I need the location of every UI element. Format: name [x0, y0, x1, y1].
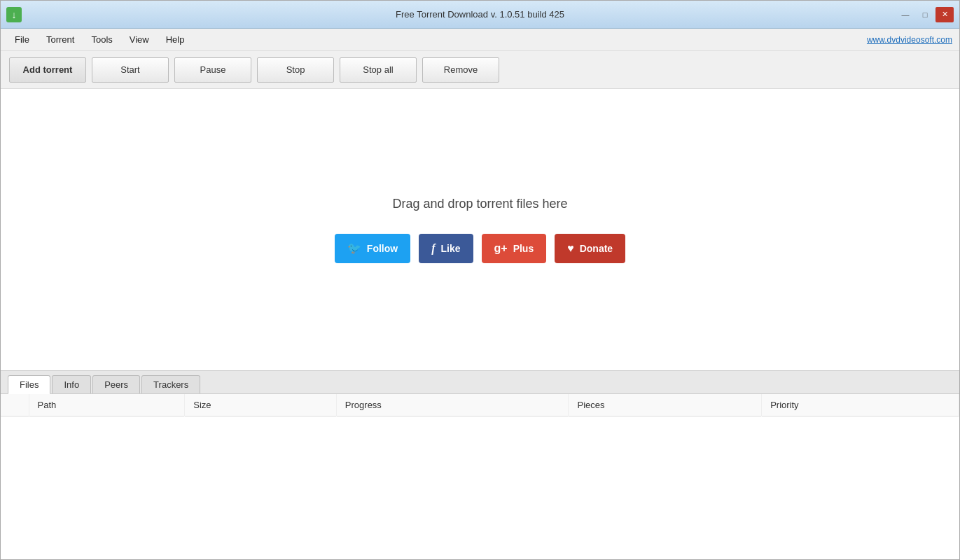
menu-torrent[interactable]: Torrent — [39, 31, 81, 48]
pause-button[interactable]: Pause — [174, 57, 251, 83]
app-icon: ↓ — [6, 7, 22, 22]
title-bar: ↓ Free Torrent Download v. 1.0.51 build … — [1, 1, 959, 29]
col-priority: Priority — [762, 394, 959, 416]
plus-label: Plus — [513, 243, 534, 254]
menu-file[interactable]: File — [8, 31, 36, 48]
maximize-button[interactable]: □ — [916, 7, 934, 22]
donate-label: Donate — [580, 243, 613, 254]
col-progress: Progress — [336, 394, 569, 416]
tab-trackers[interactable]: Trackers — [141, 375, 200, 393]
main-content: Drag and drop torrent files here 🐦 Follo… — [1, 89, 959, 559]
menu-tools[interactable]: Tools — [84, 31, 119, 48]
like-label: Like — [440, 243, 460, 254]
col-path: Path — [29, 394, 185, 416]
facebook-icon: f — [431, 242, 435, 255]
menu-help[interactable]: Help — [159, 31, 192, 48]
like-button[interactable]: f Like — [419, 234, 473, 263]
col-checkbox — [1, 394, 29, 416]
col-size: Size — [185, 394, 337, 416]
tab-bar: Files Info Peers Trackers — [1, 371, 959, 394]
drop-area: Drag and drop torrent files here 🐦 Follo… — [1, 89, 959, 370]
social-buttons: 🐦 Follow f Like g+ Plus ♥ Donate — [335, 234, 625, 263]
googleplus-icon: g+ — [494, 242, 508, 255]
stop-all-button[interactable]: Stop all — [340, 57, 417, 83]
plus-button[interactable]: g+ Plus — [482, 234, 547, 263]
window-title: Free Torrent Download v. 1.0.51 build 42… — [396, 9, 564, 20]
drop-text: Drag and drop torrent files here — [392, 197, 567, 211]
menu-items: File Torrent Tools View Help — [8, 31, 191, 48]
menu-view[interactable]: View — [123, 31, 156, 48]
heart-icon: ♥ — [567, 242, 574, 255]
twitter-icon: 🐦 — [347, 241, 361, 255]
stop-button[interactable]: Stop — [257, 57, 334, 83]
close-button[interactable]: ✕ — [935, 7, 954, 22]
follow-button[interactable]: 🐦 Follow — [335, 234, 410, 263]
menu-bar: File Torrent Tools View Help www.dvdvide… — [1, 29, 959, 51]
tab-peers[interactable]: Peers — [92, 375, 140, 393]
follow-label: Follow — [367, 243, 398, 254]
add-torrent-button[interactable]: Add torrent — [9, 57, 86, 83]
minimize-button[interactable]: — — [896, 7, 914, 22]
toolbar: Add torrent Start Pause Stop Stop all Re… — [1, 51, 959, 89]
title-bar-left: ↓ — [6, 7, 22, 22]
dvd-website-link[interactable]: www.dvdvideosoft.com — [867, 35, 952, 45]
files-table: Path Size Progress Pieces Priority — [1, 394, 959, 416]
main-window: ↓ Free Torrent Download v. 1.0.51 build … — [0, 0, 960, 560]
remove-button[interactable]: Remove — [422, 57, 499, 83]
donate-button[interactable]: ♥ Donate — [555, 234, 625, 263]
start-button[interactable]: Start — [92, 57, 169, 83]
tab-files[interactable]: Files — [8, 375, 50, 394]
files-table-area: Path Size Progress Pieces Priority — [1, 394, 959, 559]
bottom-panel: Files Info Peers Trackers Path Size Prog… — [1, 370, 959, 559]
col-pieces: Pieces — [569, 394, 762, 416]
tab-info[interactable]: Info — [52, 375, 91, 393]
title-bar-controls: — □ ✕ — [896, 7, 954, 22]
